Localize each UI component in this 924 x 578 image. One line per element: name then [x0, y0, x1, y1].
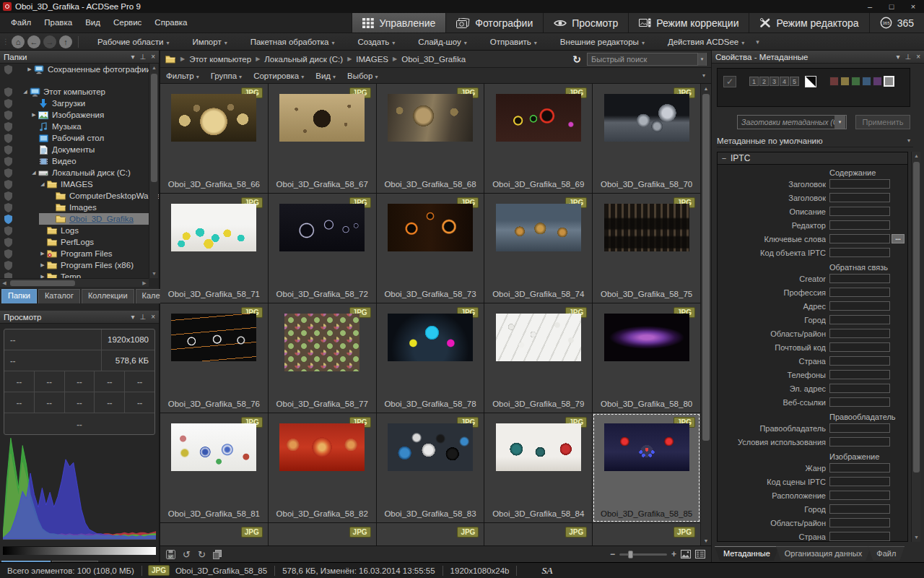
color-label-chip-2[interactable] — [840, 77, 850, 86]
thumbnail-partial[interactable]: JPG — [160, 523, 268, 545]
iptc-field-input[interactable] — [829, 342, 890, 352]
thumbnail-Oboi_3D_Grafika_58_83[interactable]: JPGOboi_3D_Grafika_58_83 — [377, 413, 484, 522]
iptc-field-input[interactable] — [829, 491, 890, 500]
search-input[interactable] — [588, 55, 697, 64]
iptc-field-input[interactable] — [829, 518, 890, 527]
tab-организация-данных[interactable]: Организация данных — [776, 546, 871, 561]
thumbnail-Oboi_3D_Grafika_58_75[interactable]: JPGOboi_3D_Grafika_58_75 — [593, 194, 700, 303]
breadcrumb-item-3[interactable]: IMAGES — [356, 55, 388, 64]
expander-icon[interactable]: ◢ — [30, 170, 38, 176]
refresh-icon[interactable]: ↻ — [567, 53, 587, 65]
tree-item-загрузки[interactable]: Загрузки — [0, 98, 159, 109]
filter-overflow-icon[interactable]: ▾ — [702, 72, 705, 79]
iptc-field-input[interactable] — [829, 329, 890, 338]
tree-item-computerdesktopwallpapersc[interactable]: ComputerDesktopWallpapersC — [0, 190, 159, 202]
tab-каталог[interactable]: Каталог — [38, 289, 80, 303]
thumbnail-partial[interactable]: JPG — [593, 523, 700, 545]
thumbnail-Oboi_3D_Grafika_58_70[interactable]: JPGOboi_3D_Grafika_58_70 — [593, 84, 700, 193]
scroll-thumb[interactable] — [702, 94, 710, 441]
menu-item-2[interactable]: Правка — [38, 13, 79, 33]
iptc-field-input[interactable] — [829, 220, 890, 230]
iptc-scrollbar[interactable]: ▲ ▼ — [911, 152, 920, 542]
thumbnail-partial[interactable]: JPG — [377, 523, 484, 545]
menu-item-4[interactable]: Сервис — [107, 13, 148, 33]
thumbnail-Oboi_3D_Grafika_58_69[interactable]: JPGOboi_3D_Grafika_58_69 — [484, 84, 592, 193]
breadcrumb-item-1[interactable]: Этот компьютер — [189, 55, 251, 64]
tree-item-видео[interactable]: Видео — [0, 155, 159, 167]
iptc-field-input[interactable] — [829, 477, 890, 486]
toolbar-button-4[interactable]: Создать▾ — [344, 38, 405, 46]
iptc-field-input[interactable] — [829, 437, 890, 447]
zoom-in-button[interactable]: + — [671, 549, 676, 559]
tree-item-сохраненные-фотографии[interactable]: ▶Сохраненные фотографии — [0, 64, 159, 75]
maximize-button[interactable]: □ — [881, 0, 902, 13]
iptc-field-input[interactable] — [829, 384, 890, 393]
thumbnail-Oboi_3D_Grafika_58_77[interactable]: JPGOboi_3D_Grafika_58_77 — [269, 303, 376, 413]
iptc-field-input[interactable] — [829, 463, 890, 473]
tree-item-perflogs[interactable]: PerfLogs — [0, 236, 159, 248]
panel-menu-icon[interactable]: ▾ — [131, 53, 134, 61]
combo-dropdown-icon[interactable]: ▾ — [834, 116, 845, 129]
pin-icon[interactable]: ⊥ — [139, 314, 146, 321]
scroll-thumb[interactable] — [10, 280, 75, 286]
thumbnail-partial[interactable]: JPG — [484, 523, 592, 545]
keywords-picker-button[interactable]: ... — [892, 234, 905, 243]
iptc-field-input[interactable] — [829, 315, 890, 324]
scroll-down-icon[interactable]: ▼ — [149, 269, 159, 278]
thumbnail-Oboi_3D_Grafika_58_66[interactable]: JPGOboi_3D_Grafika_58_66 — [160, 84, 268, 193]
iptc-field-input[interactable] — [829, 301, 890, 311]
scroll-left-icon[interactable]: ◀ — [0, 279, 9, 288]
tree-item-документы[interactable]: Документы — [0, 144, 159, 155]
filter-menu-4[interactable]: Вид▾ — [315, 72, 336, 80]
rating-chip-5[interactable]: 5 — [790, 77, 799, 86]
metadata-presets-combo[interactable]: Заготовки метаданных (Ctrl+M) ▾ — [737, 115, 847, 129]
scroll-down-icon[interactable]: ▼ — [912, 533, 921, 542]
toolbar-button-6[interactable]: Отправить▾ — [477, 38, 547, 46]
tab-коллекции[interactable]: Коллекции — [82, 289, 134, 303]
breadcrumb-item-4[interactable]: Oboi_3D_Grafika — [401, 55, 466, 64]
filter-menu-2[interactable]: Группа▾ — [211, 72, 242, 80]
search-dropdown-icon[interactable]: ▾ — [697, 53, 706, 66]
tab-файл[interactable]: Файл — [868, 546, 905, 561]
forward-button[interactable]: → — [43, 35, 56, 48]
grid-vertical-scrollbar[interactable]: ▲ ▼ — [700, 84, 711, 545]
rotate-right-icon[interactable]: ↻ — [198, 549, 206, 560]
expander-icon[interactable]: ▶ — [26, 66, 33, 72]
tree-horizontal-scrollbar[interactable]: ◀ ▶ — [0, 278, 149, 287]
iptc-field-input[interactable] — [829, 274, 890, 283]
thumbnail-Oboi_3D_Grafika_58_67[interactable]: JPGOboi_3D_Grafika_58_67 — [269, 84, 376, 193]
mode-tab-управление[interactable]: Управление — [352, 13, 445, 33]
zoom-out-button[interactable]: − — [610, 549, 615, 559]
close-icon[interactable]: × — [151, 314, 155, 321]
iptc-field-input[interactable] — [829, 370, 890, 379]
close-icon[interactable]: × — [916, 53, 920, 61]
color-label-chip-1[interactable] — [829, 77, 839, 86]
color-label-chip-5[interactable] — [873, 77, 882, 86]
tree-item-oboi-3d-grafika[interactable]: Oboi_3D_Grafika — [0, 213, 159, 225]
rating-chip-3[interactable]: 3 — [770, 77, 779, 86]
menu-item-3[interactable]: Вид — [79, 13, 107, 33]
expander-icon[interactable]: ◢ — [22, 89, 29, 95]
tree-item-temp[interactable]: ▶Temp — [0, 271, 159, 278]
clear-rating-chip[interactable] — [805, 76, 816, 87]
iptc-section-header[interactable]: − IPTC — [718, 152, 907, 165]
pin-icon[interactable]: ⊥ — [905, 53, 911, 61]
iptc-field-input[interactable] — [829, 288, 890, 297]
panel-menu-icon[interactable]: ▾ — [131, 314, 134, 321]
scroll-right-icon[interactable]: ▶ — [140, 279, 149, 288]
back-button[interactable]: ← — [27, 35, 40, 48]
copy-icon[interactable] — [213, 550, 222, 559]
iptc-field-input[interactable] — [829, 179, 890, 189]
menu-item-1[interactable]: Файл — [4, 13, 38, 33]
tree-item-музыка[interactable]: Музыка — [0, 121, 159, 132]
tree-item-program-files-x86-[interactable]: ▶Program Files (x86) — [0, 259, 159, 271]
scroll-up-icon[interactable]: ▲ — [149, 64, 159, 72]
color-label-chip-6[interactable] — [884, 76, 894, 87]
iptc-field-input[interactable] — [829, 248, 890, 257]
breadcrumb-item-2[interactable]: Локальный диск (C:) — [264, 55, 343, 64]
close-icon[interactable]: × — [151, 53, 155, 61]
color-label-chip-3[interactable] — [851, 77, 860, 86]
thumbnail-size-slider[interactable] — [619, 553, 667, 556]
tree-item-program-files[interactable]: ▶Program Files — [0, 248, 159, 259]
filter-menu-1[interactable]: Фильтр▾ — [166, 72, 199, 80]
